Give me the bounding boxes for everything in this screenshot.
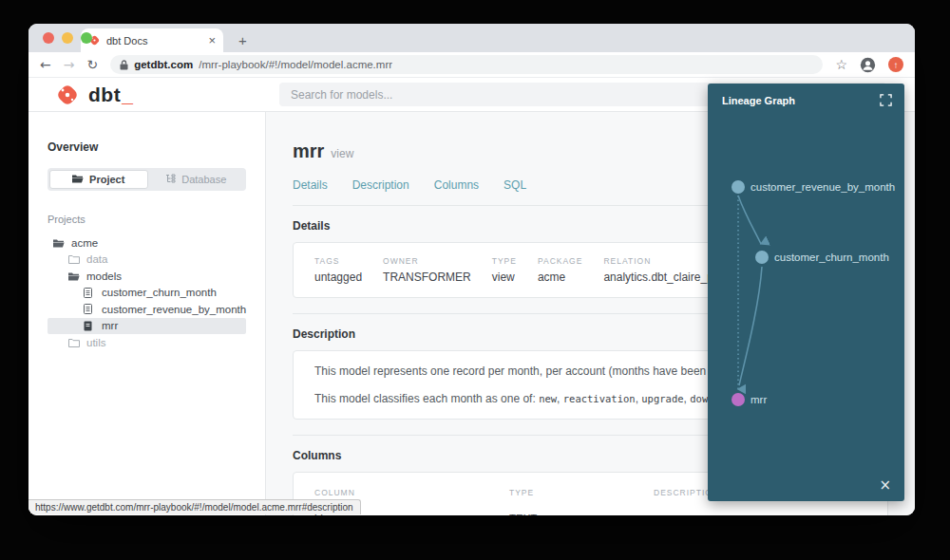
- lineage-edge: [739, 267, 762, 385]
- tab-columns[interactable]: Columns: [434, 178, 479, 192]
- tab-title: dbt Docs: [106, 35, 202, 47]
- sidebar-item-overview[interactable]: Overview: [48, 140, 246, 154]
- tree-item-acme[interactable]: acme: [48, 234, 246, 252]
- folder-open-icon: [53, 237, 65, 249]
- url-path: /mrr-playbook/#!/model/model.acme.mrr: [199, 59, 392, 70]
- project-tree: acmedatamodelscustomer_churn_monthcustom…: [48, 234, 246, 351]
- database-icon: [165, 174, 176, 185]
- svg-text:customer_churn_month: customer_churn_month: [774, 252, 889, 263]
- screenshot-stage: dbt Docs × + ← → ↻ getdbt.com /mrr-playb…: [0, 0, 950, 560]
- detail-field-type: TYPEview: [492, 256, 517, 284]
- lineage-node-customer_revenue_by_month[interactable]: customer_revenue_by_month: [732, 180, 895, 194]
- traffic-lights: [43, 32, 92, 44]
- new-tab-button[interactable]: +: [233, 32, 253, 48]
- browser-tabstrip: dbt Docs × +: [28, 24, 915, 52]
- url-domain: getdbt.com: [134, 59, 193, 70]
- forward-icon[interactable]: →: [64, 58, 75, 71]
- detail-field-tags: TAGSuntagged: [314, 256, 362, 284]
- tab-details[interactable]: Details: [293, 178, 328, 192]
- detail-field-owner: OWNERTRANSFORMER: [383, 256, 471, 284]
- svg-text:mrr: mrr: [750, 394, 767, 405]
- close-icon[interactable]: ×: [879, 478, 891, 493]
- file-icon: [84, 287, 95, 298]
- page-title: mrr: [293, 140, 324, 162]
- source-tab-project[interactable]: Project: [49, 170, 148, 189]
- reload-icon[interactable]: ↻: [86, 58, 98, 71]
- sidebar: Overview ProjectDatabase Projects acmeda…: [28, 112, 266, 515]
- tab-description[interactable]: Description: [352, 178, 409, 192]
- table-row[interactable]: idTEXT: [314, 505, 866, 515]
- zoom-window-button[interactable]: [81, 32, 92, 44]
- tab-sql[interactable]: SQL: [504, 178, 526, 192]
- lineage-node-customer_churn_month[interactable]: customer_churn_month: [755, 251, 889, 264]
- status-url-tooltip: https://www.getdbt.com/mrr-playbook/#!/m…: [28, 499, 361, 514]
- tree-item-data[interactable]: data: [48, 252, 246, 269]
- dbt-logo-icon: [55, 83, 80, 107]
- tree-item-models[interactable]: models: [48, 268, 246, 285]
- folder-open-icon: [68, 271, 80, 282]
- lineage-graph[interactable]: customer_revenue_by_monthcustomer_churn_…: [708, 84, 904, 501]
- browser-update-icon[interactable]: ↑: [888, 57, 903, 72]
- tree-item-utils[interactable]: utils: [48, 334, 246, 351]
- bookmark-star-icon[interactable]: ☆: [835, 57, 847, 72]
- logo-cursor: _: [122, 84, 133, 105]
- logo-text: dbt: [88, 84, 121, 105]
- tree-item-customer_churn_month[interactable]: customer_churn_month: [48, 285, 246, 302]
- back-icon[interactable]: ←: [40, 58, 51, 71]
- browser-window: dbt Docs × + ← → ↻ getdbt.com /mrr-playb…: [28, 24, 915, 515]
- inline-code: reactivation: [563, 393, 636, 404]
- projects-label: Projects: [48, 214, 246, 225]
- tree-item-customer_revenue_by_month[interactable]: customer_revenue_by_month: [48, 301, 246, 318]
- close-window-button[interactable]: [43, 32, 54, 44]
- lineage-graph-panel: customer_revenue_by_monthcustomer_churn_…: [708, 84, 904, 501]
- model-type-badge: view: [331, 147, 353, 160]
- lineage-node-mrr[interactable]: mrr: [732, 393, 767, 406]
- project-database-toggle: ProjectDatabase: [48, 168, 246, 191]
- tree-item-mrr[interactable]: mrr: [48, 318, 246, 335]
- folder-icon: [68, 253, 80, 265]
- folder-icon: [68, 337, 80, 348]
- lock-icon: [120, 60, 128, 70]
- inline-code: upgrade: [641, 393, 683, 404]
- browser-toolbar: ← → ↻ getdbt.com /mrr-playbook/#!/model/…: [28, 52, 915, 78]
- folder-icon: [72, 174, 84, 185]
- browser-tab[interactable]: dbt Docs ×: [81, 28, 223, 52]
- file-filled-icon: [84, 320, 95, 331]
- lineage-edge: [738, 196, 761, 244]
- detail-field-package: PACKAGEacme: [538, 256, 582, 284]
- url-bar[interactable]: getdbt.com /mrr-playbook/#!/model/model.…: [110, 55, 823, 74]
- dbt-logo[interactable]: dbt_: [28, 83, 266, 107]
- column-header: TYPE: [509, 486, 654, 505]
- svg-text:customer_revenue_by_month: customer_revenue_by_month: [750, 181, 895, 193]
- tab-close-icon[interactable]: ×: [208, 34, 216, 47]
- profile-avatar-icon[interactable]: [860, 57, 876, 73]
- minimize-window-button[interactable]: [62, 32, 73, 44]
- source-tab-database[interactable]: Database: [148, 170, 245, 189]
- file-icon: [84, 304, 95, 315]
- inline-code: new: [539, 393, 557, 404]
